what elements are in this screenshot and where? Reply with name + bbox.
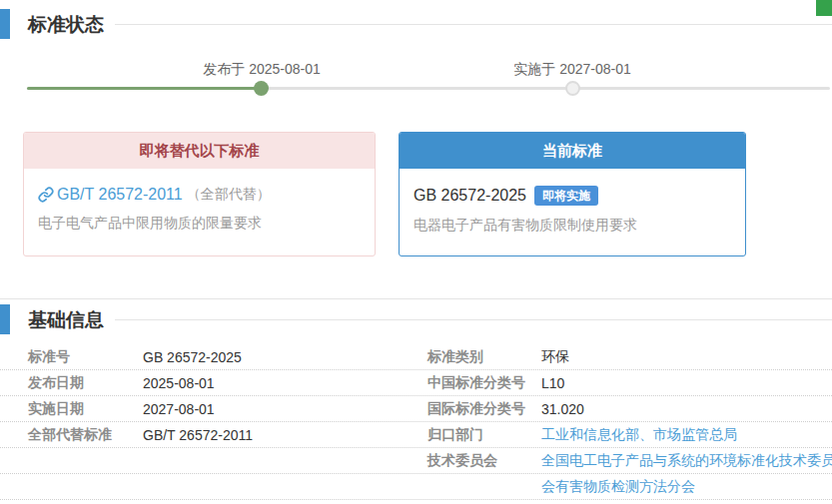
link-icon bbox=[38, 187, 54, 203]
replaced-standard-link[interactable]: GB/T 26572-2011 bbox=[57, 186, 183, 204]
field-label: 发布日期 bbox=[28, 374, 143, 392]
timeline-implemented-dot bbox=[565, 81, 580, 96]
technical-committee-link[interactable]: 全国电工电子产品与系统的环境标准化技术委员 bbox=[541, 452, 832, 470]
current-standard-description: 电器电子产品有害物质限制使用要求 bbox=[414, 217, 729, 235]
section-accent-bar bbox=[0, 9, 10, 39]
field-label: 全部代替标准 bbox=[28, 426, 143, 444]
current-standard-card: 当前标准 GB 26572-2025 即将实施 电器电子产品有害物质限制使用要求 bbox=[399, 132, 746, 256]
responsible-department-link[interactable]: 工业和信息化部、市场监管总局 bbox=[541, 426, 832, 444]
table-row: 标准号 GB 26572-2025 标准类别 环保 bbox=[0, 344, 832, 370]
field-label: 标准号 bbox=[28, 348, 143, 366]
field-label: 国际标准分类号 bbox=[427, 400, 541, 418]
technical-committee-link-continued[interactable]: 会有害物质检测方法分会 bbox=[541, 478, 832, 496]
timeline-published-dot bbox=[254, 81, 269, 96]
table-row: 会有害物质检测方法分会 bbox=[0, 474, 832, 500]
replaced-card-header: 即将替代以下标准 bbox=[24, 133, 375, 169]
field-label: 标准类别 bbox=[427, 348, 541, 366]
table-row: 发布日期 2025-08-01 中国标准分类号 L10 bbox=[0, 370, 832, 396]
table-row: 技术委员会 全国电工电子产品与系统的环境标准化技术委员 bbox=[0, 448, 832, 474]
section-rule bbox=[115, 319, 832, 320]
table-row: 全部代替标准 GB/T 26572-2011 归口部门 工业和信息化部、市场监管… bbox=[0, 422, 832, 448]
basic-info-table: 标准号 GB 26572-2025 标准类别 环保 发布日期 2025-08-0… bbox=[0, 344, 832, 500]
status-badge: 即将实施 bbox=[534, 186, 598, 206]
section-accent-bar bbox=[0, 304, 10, 334]
table-row: 实施日期 2027-08-01 国际标准分类号 31.020 bbox=[0, 396, 832, 422]
replaced-standard-card: 即将替代以下标准 GB/T 26572-2011 （全部代替） 电子电气产品中限… bbox=[23, 132, 376, 256]
section-title-basic-info: 基础信息 bbox=[28, 307, 104, 333]
field-value: 2025-08-01 bbox=[143, 375, 427, 391]
timeline-progress bbox=[27, 87, 262, 90]
timeline-published-label: 发布于 2025-08-01 bbox=[203, 61, 321, 79]
section-title-status: 标准状态 bbox=[28, 12, 104, 38]
current-card-header: 当前标准 bbox=[400, 133, 745, 169]
field-value: GB 26572-2025 bbox=[143, 349, 427, 365]
corner-green-badge bbox=[816, 0, 832, 16]
timeline-implemented-label: 实施于 2027-08-01 bbox=[513, 61, 631, 79]
field-label: 技术委员会 bbox=[427, 452, 541, 470]
replaced-standard-suffix: （全部代替） bbox=[187, 186, 271, 204]
field-value: 31.020 bbox=[541, 401, 832, 417]
field-label: 实施日期 bbox=[28, 400, 143, 418]
field-label: 中国标准分类号 bbox=[427, 374, 541, 392]
field-value: 2027-08-01 bbox=[143, 401, 427, 417]
section-rule bbox=[115, 24, 832, 25]
replaced-standard-description: 电子电气产品中限用物质的限量要求 bbox=[38, 215, 359, 233]
field-value: 环保 bbox=[541, 348, 832, 366]
standard-detail-page: 标准状态 发布于 2025-08-01 实施于 2027-08-01 即将替代以… bbox=[0, 0, 832, 504]
current-standard-number: GB 26572-2025 bbox=[414, 187, 526, 205]
field-value: L10 bbox=[541, 375, 832, 391]
section-divider bbox=[0, 298, 832, 299]
field-label: 归口部门 bbox=[427, 426, 541, 444]
field-value: GB/T 26572-2011 bbox=[143, 427, 427, 443]
